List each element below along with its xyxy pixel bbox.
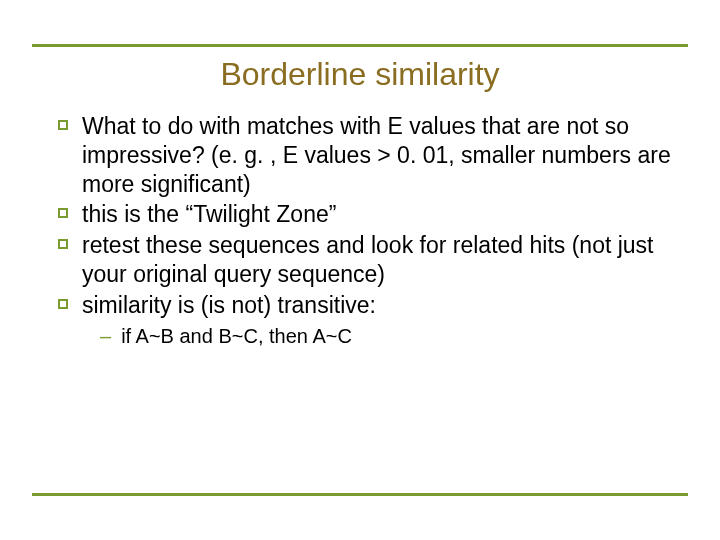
sub-bullet-text: if A~B and B~C, then A~C xyxy=(121,323,352,349)
square-bullet-icon xyxy=(58,208,68,218)
slide: Borderline similarity What to do with ma… xyxy=(0,0,720,540)
bullet-item: retest these sequences and look for rela… xyxy=(58,231,672,289)
square-bullet-icon xyxy=(58,299,68,309)
bullet-text: retest these sequences and look for rela… xyxy=(82,231,672,289)
bullet-item: What to do with matches with E values th… xyxy=(58,112,672,198)
slide-title: Borderline similarity xyxy=(0,56,720,93)
bullet-text: What to do with matches with E values th… xyxy=(82,112,672,198)
top-rule xyxy=(32,44,688,47)
square-bullet-icon xyxy=(58,239,68,249)
dash-bullet-icon: – xyxy=(100,323,111,349)
slide-body: What to do with matches with E values th… xyxy=(58,112,672,349)
sub-bullet-item: – if A~B and B~C, then A~C xyxy=(100,323,672,349)
square-bullet-icon xyxy=(58,120,68,130)
bullet-item: similarity is (is not) transitive: xyxy=(58,291,672,320)
bullet-text: this is the “Twilight Zone” xyxy=(82,200,336,229)
bullet-item: this is the “Twilight Zone” xyxy=(58,200,672,229)
bottom-rule xyxy=(32,493,688,496)
bullet-text: similarity is (is not) transitive: xyxy=(82,291,376,320)
